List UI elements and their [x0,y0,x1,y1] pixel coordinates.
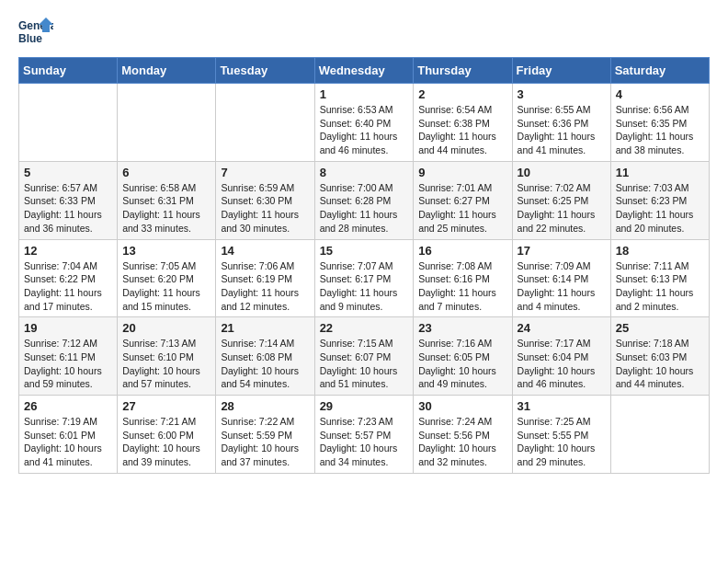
cell-text: Daylight: 11 hours [221,286,309,300]
cell-text: Sunset: 6:23 PM [616,194,704,208]
cell-text: Sunset: 6:10 PM [122,350,210,364]
calendar-cell: 20Sunrise: 7:13 AMSunset: 6:10 PMDayligh… [118,317,216,396]
cell-text: Sunrise: 7:09 AM [518,259,606,273]
day-number: 16 [418,244,506,258]
cell-text: Sunset: 6:25 PM [518,194,606,208]
cell-text: Sunset: 6:03 PM [616,350,704,364]
cell-text: Daylight: 11 hours [518,208,606,222]
day-number: 31 [518,399,606,413]
calendar-cell: 3Sunrise: 6:55 AMSunset: 6:36 PMDaylight… [512,84,610,162]
cell-text: and 36 minutes. [24,222,112,236]
cell-text: Daylight: 10 hours [320,442,409,455]
cell-text: Daylight: 11 hours [418,130,506,144]
day-of-week-header: Thursday [414,58,512,84]
cell-text: Sunrise: 7:12 AM [24,337,112,350]
calendar-week-row: 12Sunrise: 7:04 AMSunset: 6:22 PMDayligh… [19,239,710,317]
cell-text: Daylight: 10 hours [122,364,210,378]
calendar-cell: 22Sunrise: 7:15 AMSunset: 6:07 PMDayligh… [314,317,414,396]
cell-text: and 38 minutes. [616,144,704,157]
cell-text: Sunset: 6:13 PM [616,272,704,286]
day-of-week-header: Monday [118,58,216,84]
cell-text: Daylight: 10 hours [221,442,309,455]
calendar-cell: 10Sunrise: 7:02 AMSunset: 6:25 PMDayligh… [512,161,610,239]
cell-text: Sunset: 6:27 PM [418,194,506,208]
day-number: 24 [518,321,606,335]
cell-text: Sunrise: 7:18 AM [616,337,704,350]
day-number: 15 [320,244,409,258]
calendar-cell [216,84,314,162]
cell-text: Sunrise: 7:04 AM [24,259,112,273]
cell-text: and 39 minutes. [122,455,210,469]
calendar-week-row: 26Sunrise: 7:19 AMSunset: 6:01 PMDayligh… [19,396,710,474]
day-number: 12 [24,244,112,258]
cell-text: and 20 minutes. [616,222,704,236]
day-number: 14 [221,244,309,258]
cell-text: Daylight: 11 hours [418,208,506,222]
cell-text: and 4 minutes. [518,300,606,314]
calendar-cell: 7Sunrise: 6:59 AMSunset: 6:30 PMDaylight… [216,161,314,239]
calendar-cell: 1Sunrise: 6:53 AMSunset: 6:40 PMDaylight… [314,84,414,162]
cell-text: and 29 minutes. [518,455,606,469]
calendar-cell: 24Sunrise: 7:17 AMSunset: 6:04 PMDayligh… [512,317,610,396]
calendar-cell: 23Sunrise: 7:16 AMSunset: 6:05 PMDayligh… [414,317,512,396]
calendar-cell: 16Sunrise: 7:08 AMSunset: 6:16 PMDayligh… [414,239,512,317]
cell-text: Sunrise: 7:13 AM [122,337,210,350]
cell-text: Sunrise: 6:53 AM [320,103,409,117]
calendar-cell: 11Sunrise: 7:03 AMSunset: 6:23 PMDayligh… [610,161,709,239]
day-number: 18 [616,244,704,258]
cell-text: Daylight: 11 hours [616,208,704,222]
cell-text: Sunrise: 7:14 AM [221,337,309,350]
cell-text: and 46 minutes. [320,144,409,157]
cell-text: Sunset: 5:56 PM [418,429,506,442]
day-number: 27 [122,399,210,413]
cell-text: Daylight: 10 hours [24,442,112,455]
cell-text: Sunset: 6:40 PM [320,117,409,131]
cell-text: Sunrise: 7:03 AM [616,181,704,195]
day-of-week-header: Saturday [610,58,709,84]
cell-text: Sunset: 5:55 PM [518,429,606,442]
day-number: 5 [24,166,112,179]
calendar-cell: 9Sunrise: 7:01 AMSunset: 6:27 PMDaylight… [414,161,512,239]
cell-text: Sunrise: 7:00 AM [320,181,409,195]
calendar: SundayMondayTuesdayWednesdayThursdayFrid… [18,57,710,474]
cell-text: Sunrise: 7:16 AM [418,337,506,350]
calendar-cell: 28Sunrise: 7:22 AMSunset: 5:59 PMDayligh… [216,396,314,474]
day-number: 1 [320,87,409,101]
calendar-cell: 15Sunrise: 7:07 AMSunset: 6:17 PMDayligh… [314,239,414,317]
day-number: 9 [418,166,506,179]
day-of-week-header: Wednesday [314,58,414,84]
cell-text: and 44 minutes. [418,144,506,157]
cell-text: Daylight: 11 hours [320,286,409,300]
cell-text: Sunset: 5:57 PM [320,429,409,442]
cell-text: Sunrise: 7:05 AM [122,259,210,273]
cell-text: and 28 minutes. [320,222,409,236]
calendar-week-row: 19Sunrise: 7:12 AMSunset: 6:11 PMDayligh… [19,317,710,396]
day-number: 10 [518,166,606,179]
cell-text: and 41 minutes. [24,455,112,469]
day-number: 2 [418,87,506,101]
calendar-cell: 2Sunrise: 6:54 AMSunset: 6:38 PMDaylight… [414,84,512,162]
calendar-cell [610,396,709,474]
cell-text: and 51 minutes. [320,377,409,391]
cell-text: Daylight: 11 hours [122,286,210,300]
cell-text: Daylight: 11 hours [518,286,606,300]
cell-text: and 15 minutes. [122,300,210,314]
cell-text: and 54 minutes. [221,377,309,391]
calendar-cell: 30Sunrise: 7:24 AMSunset: 5:56 PMDayligh… [414,396,512,474]
cell-text: Sunrise: 7:25 AM [518,415,606,429]
cell-text: Daylight: 10 hours [221,364,309,378]
cell-text: Daylight: 11 hours [418,286,506,300]
day-number: 21 [221,321,309,335]
cell-text: Daylight: 10 hours [616,364,704,378]
cell-text: Daylight: 11 hours [24,208,112,222]
logo-svg: General Blue [18,17,53,46]
day-number: 23 [418,321,506,335]
day-number: 22 [320,321,409,335]
cell-text: Daylight: 11 hours [122,208,210,222]
cell-text: Sunrise: 6:54 AM [418,103,506,117]
cell-text: Daylight: 11 hours [24,286,112,300]
calendar-cell: 18Sunrise: 7:11 AMSunset: 6:13 PMDayligh… [610,239,709,317]
cell-text: Daylight: 10 hours [320,364,409,378]
cell-text: Daylight: 10 hours [418,442,506,455]
cell-text: and 22 minutes. [518,222,606,236]
